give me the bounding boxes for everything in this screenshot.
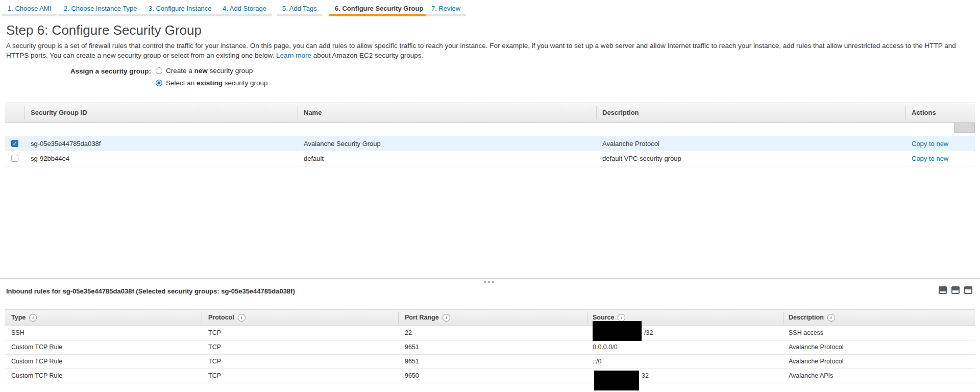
header-label: Protocol: [208, 314, 234, 321]
rule-port: 9650: [405, 369, 419, 383]
security-group-description: Avalanche Protocol: [602, 136, 659, 151]
security-group-description: default VPC security group: [602, 151, 681, 166]
radio-selected-icon[interactable]: [156, 80, 162, 86]
rule-protocol: TCP: [208, 354, 221, 369]
column-header-protocol: Protocoli: [208, 310, 246, 326]
rule-description: Avalanche Protocol: [789, 354, 843, 369]
rule-port: 22: [405, 326, 412, 340]
pane-divider: [0, 278, 980, 279]
pane-collapse-icon[interactable]: [939, 286, 947, 294]
tab-choose-instance-type[interactable]: 2. Choose Instance Type: [64, 5, 137, 12]
info-icon[interactable]: i: [443, 314, 450, 322]
column-header-description: Descriptioni: [789, 310, 835, 326]
option-text-bold: new: [194, 67, 208, 75]
column-header-name[interactable]: Name: [304, 103, 322, 122]
security-group-name: Avalanche Security Group: [304, 136, 381, 151]
info-icon[interactable]: i: [618, 314, 625, 322]
info-icon[interactable]: i: [827, 314, 835, 322]
description-suffix: about Amazon EC2 security groups.: [311, 52, 423, 59]
redaction-box: [593, 321, 642, 341]
rule-source: /32: [593, 326, 653, 340]
assign-security-group-label: Assign a security group:: [0, 67, 151, 75]
inbound-rule-row: Custom TCP Rule TCP 9651 0.0.0.0/0 Avala…: [5, 340, 975, 355]
column-header-actions: Actions: [912, 103, 936, 122]
page-description: A security group is a set of firewall ru…: [6, 41, 965, 60]
option-text: Select an: [166, 79, 197, 87]
tab-choose-ami[interactable]: 1. Choose AMI: [8, 5, 51, 12]
column-header-type: Typei: [11, 310, 37, 326]
checkbox-unchecked-icon[interactable]: [11, 155, 18, 162]
learn-more-link[interactable]: Learn more: [276, 52, 311, 59]
pane-expand-icon[interactable]: [964, 286, 972, 294]
security-group-table-header: Security Group ID Name Description Actio…: [5, 103, 975, 123]
header-label: Type: [11, 314, 26, 321]
rule-protocol: TCP: [208, 340, 221, 354]
header-label: Description: [789, 314, 824, 321]
security-group-id: sg-92bb44e4: [31, 151, 69, 166]
tab-review[interactable]: 7. Review: [431, 5, 460, 12]
column-divider: [783, 312, 783, 324]
column-divider: [24, 106, 25, 119]
rule-type: SSH: [11, 326, 24, 340]
rule-description: SSH access: [789, 326, 823, 340]
header-label: Port Range: [405, 314, 439, 321]
info-icon[interactable]: i: [238, 314, 246, 322]
column-divider: [398, 312, 399, 324]
description-text: A security group is a set of firewall ru…: [6, 42, 956, 59]
column-header-description[interactable]: Description: [602, 103, 639, 122]
inbound-rule-row: Custom TCP Rule TCP 9651 ::/0 Avalanche …: [5, 354, 975, 369]
column-header-security-group-id[interactable]: Security Group ID: [31, 103, 87, 122]
checkbox-checked-icon[interactable]: ✓: [11, 140, 18, 147]
inbound-rule-row: SSH TCP 22 /32 SSH access: [5, 326, 975, 340]
column-divider: [298, 106, 298, 119]
rule-source: 0.0.0.0/0: [593, 340, 618, 354]
info-icon[interactable]: i: [29, 314, 37, 322]
tab-add-tags[interactable]: 5. Add Tags: [282, 5, 317, 12]
security-group-id: sg-05e35e44785da038f: [31, 136, 101, 151]
column-divider: [587, 312, 587, 324]
rule-type: Custom TCP Rule: [11, 354, 62, 369]
rule-protocol: TCP: [208, 326, 221, 340]
rule-protocol: TCP: [208, 369, 221, 383]
copy-to-new-link[interactable]: Copy to new: [912, 136, 948, 151]
scrollbar-thumb[interactable]: [954, 122, 975, 133]
pane-half-icon[interactable]: [951, 286, 960, 294]
wizard-tab-bar: 1. Choose AMI 2. Choose Instance Type 3.…: [0, 0, 980, 19]
radio-select-existing-group[interactable]: Select an existing security group: [156, 79, 268, 87]
column-divider: [905, 106, 906, 119]
resize-handle[interactable]: [484, 281, 497, 283]
option-text-bold: existing: [197, 79, 223, 87]
option-text: security group: [223, 79, 268, 87]
inbound-rules-title: Inbound rules for sg-05e35e44785da038f (…: [6, 287, 295, 295]
tab-configure-instance[interactable]: 3. Configure Instance: [149, 5, 212, 12]
header-label: Source: [593, 314, 614, 321]
radio-create-new-group[interactable]: Create a new security group: [156, 67, 253, 75]
option-text: Create a: [166, 67, 194, 75]
tab-add-storage[interactable]: 4. Add Storage: [223, 5, 266, 12]
redaction-box: [594, 371, 639, 390]
option-text: security group: [208, 67, 253, 75]
rule-source-text: 32: [642, 369, 649, 383]
rule-port: 9651: [405, 340, 419, 354]
inbound-rule-row: Custom TCP Rule TCP 9650 32 Avalanche AP…: [5, 369, 975, 383]
tab-configure-security-group[interactable]: 6. Configure Security Group: [335, 5, 423, 12]
rule-type: Custom TCP Rule: [11, 369, 62, 383]
table-row-selected[interactable]: ✓ sg-05e35e44785da038f Avalanche Securit…: [5, 136, 975, 152]
column-divider: [596, 106, 597, 119]
rule-description: Avalanche APIs: [789, 369, 833, 383]
rule-type: Custom TCP Rule: [11, 340, 62, 354]
rule-source: ::/0: [593, 354, 601, 369]
rule-port: 9651: [405, 354, 419, 369]
rule-source-text: /32: [644, 326, 653, 340]
rule-source: 32: [593, 369, 649, 383]
page-title: Step 6: Configure Security Group: [6, 22, 202, 38]
table-row[interactable]: sg-92bb44e4 default default VPC security…: [5, 151, 975, 166]
radio-unselected-icon[interactable]: [156, 67, 162, 74]
copy-to-new-link[interactable]: Copy to new: [912, 151, 948, 166]
rule-description: Avalanche Protocol: [789, 340, 843, 354]
inbound-table-header: Typei Protocoli Port Rangei Sourcei Desc…: [5, 309, 975, 326]
security-group-name: default: [304, 151, 324, 166]
column-divider: [202, 312, 202, 324]
column-header-port-range: Port Rangei: [405, 310, 450, 326]
